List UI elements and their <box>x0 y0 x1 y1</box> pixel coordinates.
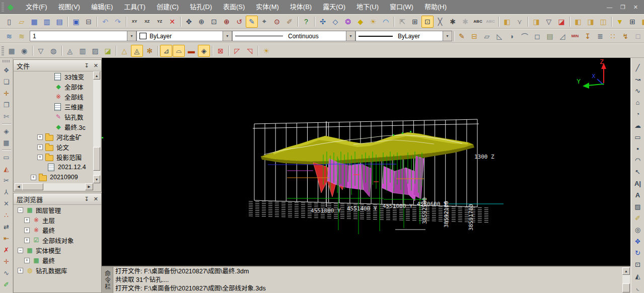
tree-expander[interactable]: + <box>24 258 30 263</box>
angle-measure-icon[interactable]: ◺ <box>493 30 506 42</box>
break-line-icon[interactable]: ↯ <box>619 30 631 42</box>
page-setup-icon[interactable]: ▣ <box>70 16 82 28</box>
command-scrollbar[interactable]: ▲ <box>622 267 630 292</box>
linetype-combo[interactable]: Continuous ▼ <box>232 31 355 41</box>
tree-expander[interactable]: + <box>31 175 36 180</box>
group-select-icon[interactable]: ◎ <box>632 224 643 235</box>
arc-measure-icon[interactable]: ◗ <box>506 30 518 42</box>
node-row-icon[interactable]: ∴ <box>1 209 12 221</box>
move-compass-icon[interactable]: ✣ <box>317 16 329 28</box>
grid-display-icon[interactable]: ⊞ <box>409 16 421 28</box>
menu-item-solid[interactable]: 实体(M) <box>250 0 284 14</box>
render-colors-icon[interactable]: ❂ <box>342 16 354 28</box>
surface-cut-icon[interactable]: ✄ <box>1 111 12 122</box>
plane-step-back-icon[interactable]: ◧ <box>572 16 584 28</box>
leader-draw-icon[interactable]: ↖ <box>632 166 643 177</box>
tree-item[interactable]: +投影范围 <box>15 152 93 162</box>
toolbar-grip[interactable] <box>3 60 11 62</box>
pan-view-icon[interactable]: ✥ <box>183 16 195 28</box>
text-edit-icon[interactable]: A| <box>632 178 643 189</box>
cloud-draw-icon[interactable]: ☁ <box>632 120 643 131</box>
menu-item-create[interactable]: 创建(C) <box>151 0 184 14</box>
zoom-dynamic-icon[interactable]: ⊕ <box>195 16 207 28</box>
filter-display-icon[interactable]: ▼ <box>614 16 626 28</box>
tree-item[interactable]: ◆全部体 <box>15 82 93 92</box>
section-clear-left-icon[interactable]: ◸ <box>231 45 243 57</box>
menu-item-openpit[interactable]: 露天(O) <box>317 0 351 14</box>
viewport-3d[interactable]: Z Y X 4551800 Y4551400 Y4551000 Y4550600… <box>102 58 630 266</box>
patch-select-icon[interactable]: ❏ <box>1 76 12 87</box>
chart-clear-icon[interactable]: ⊠ <box>214 45 227 57</box>
slope-pencil-icon[interactable]: ◪ <box>102 45 114 57</box>
save-file-icon[interactable]: ▦ <box>28 16 40 28</box>
point-draw-icon[interactable]: ▪ <box>632 143 643 154</box>
barrel-model-icon[interactable]: ◍ <box>47 45 59 57</box>
chevron-down-icon[interactable]: ▼ <box>443 31 452 41</box>
grid-points-icon[interactable]: ∷ <box>607 30 619 42</box>
menu-item-file[interactable]: 文件(F) <box>20 0 53 14</box>
zoom-window-icon[interactable]: ⊡ <box>208 16 220 28</box>
tree-item[interactable]: 33蚀变 <box>15 71 93 82</box>
section-clear-right-icon[interactable]: ◹ <box>244 45 256 57</box>
tree-item[interactable]: ※全部线 <box>15 92 93 102</box>
snap-off-icon[interactable]: ✱ <box>459 16 471 28</box>
line-draw-icon[interactable]: ╱ <box>632 62 643 73</box>
arc-view-icon[interactable]: ◠ <box>380 16 392 28</box>
cone-down-icon[interactable]: ▽ <box>35 45 47 57</box>
color-combo[interactable]: ByLayer ▼ <box>136 31 232 41</box>
spline-draw-icon[interactable]: ∿ <box>632 85 643 96</box>
node-insert-icon[interactable]: ✛ <box>1 256 12 267</box>
close-button[interactable]: ✕ <box>633 4 638 11</box>
grid-box-display-icon[interactable]: ⊡ <box>421 16 434 28</box>
redraw-view-icon[interactable]: ✐ <box>283 16 296 28</box>
open-file-icon[interactable]: ▱ <box>16 16 28 28</box>
plane-step-fwd-icon[interactable]: ◨ <box>585 16 597 28</box>
tree-item[interactable]: 2021.12.4 <box>15 162 93 172</box>
menu-item-surface[interactable]: 表面(S) <box>218 0 250 14</box>
center-view-icon[interactable]: ⌖ <box>258 16 270 28</box>
menu-item-view[interactable]: 视图(V) <box>53 0 86 14</box>
text-draw-icon[interactable]: A <box>632 189 643 200</box>
plane-flip-icon[interactable]: ◧ <box>639 16 644 28</box>
rect-draw-icon[interactable]: ▭ <box>632 131 643 142</box>
tree-item[interactable]: 三维建 <box>15 102 93 112</box>
cross-display-icon[interactable]: ╳ <box>434 16 446 28</box>
layer-edit-icon[interactable]: ≋ <box>16 30 28 42</box>
surface-globe-icon[interactable]: ❖ <box>1 64 12 76</box>
zoom-selected-icon[interactable]: ⊙ <box>271 16 283 28</box>
menu-item-help[interactable]: 帮助(H) <box>419 0 452 14</box>
tree-item[interactable]: ✎钻孔数 <box>15 112 93 122</box>
light-toggle-icon[interactable]: ☀ <box>367 16 379 28</box>
tree-item[interactable]: ◆最终.3c <box>15 122 93 132</box>
cone-flag-icon[interactable]: ◭ <box>1 163 12 174</box>
layer-combo[interactable]: 1 ▼ <box>30 31 136 41</box>
light-pen-icon[interactable]: ☀ <box>260 45 272 57</box>
menu-item-drillhole[interactable]: 钻孔(D) <box>184 0 218 14</box>
cone-up-icon[interactable]: △ <box>118 45 130 57</box>
project-down-icon[interactable]: ↧ <box>582 30 594 42</box>
view-xz-icon[interactable]: XZ <box>141 16 153 28</box>
rotate-view-icon[interactable]: ✎ <box>246 16 258 28</box>
tree-expander[interactable]: + <box>18 268 23 273</box>
save-all-icon[interactable]: ▤ <box>53 16 65 28</box>
section-forward-icon[interactable]: ◨ <box>530 16 542 28</box>
tree-item[interactable]: +※主层 <box>15 215 100 225</box>
toolbar-grip[interactable] <box>2 46 4 55</box>
select-window-icon[interactable]: ⊡ <box>632 259 643 270</box>
polygon-draw-icon[interactable]: ⌂ <box>632 97 643 108</box>
menu-item-underground[interactable]: 地下(U) <box>351 0 384 14</box>
arc-draw-icon[interactable]: ◠ <box>632 155 643 166</box>
min-value-icon[interactable]: MIN <box>569 30 581 42</box>
tree-item[interactable]: −▦图层管理 <box>15 205 100 215</box>
zoom-extents-icon[interactable]: ⊕ <box>221 16 233 28</box>
files-vertical-scrollbar[interactable]: ▲ ▼ <box>93 71 100 183</box>
close-icon[interactable]: ✕ <box>94 196 98 202</box>
report-clipboard-icon[interactable]: ▤ <box>544 30 556 42</box>
tree-item[interactable]: +论文 <box>15 142 93 152</box>
point-insert-icon[interactable]: ✛ <box>1 88 12 99</box>
color-gradient-icon[interactable]: ▬ <box>185 45 197 57</box>
tree-item[interactable]: +※最终 <box>15 225 100 235</box>
blank-box-icon[interactable]: □ <box>632 30 644 42</box>
tree-item[interactable]: +☑全部线对象 <box>15 235 100 245</box>
pin-icon[interactable]: ↧ <box>85 62 89 69</box>
